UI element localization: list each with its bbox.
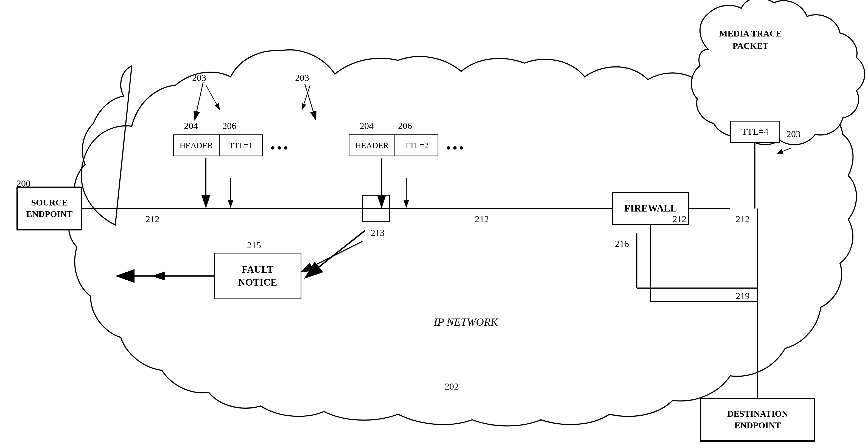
packet-group-2: HEADER TTL=2 <box>349 134 438 156</box>
ref-206a: 206 <box>222 121 236 131</box>
ref-212a: 212 <box>146 214 159 224</box>
destination-endpoint-box: DESTINATION ENDPOINT <box>700 398 815 442</box>
ref-213: 213 <box>371 228 384 238</box>
ref-206b: 206 <box>398 121 412 131</box>
ref-212b: 212 <box>475 214 489 224</box>
ttl2-box: TTL=2 <box>395 134 438 156</box>
header-box-1: HEADER <box>173 134 220 156</box>
ref-203a: 203 <box>192 73 206 83</box>
media-trace-packet-label: MEDIA TRACEPACKET <box>719 27 782 52</box>
ip-network-label: IP NETWORK <box>434 316 498 328</box>
ref-203b: 203 <box>295 73 309 83</box>
ref-203c: 203 <box>786 129 801 139</box>
ref-200: 200 <box>17 178 30 189</box>
ref-219: 219 <box>736 291 750 301</box>
ref-204b: 204 <box>360 121 374 131</box>
ref-202: 202 <box>445 381 459 392</box>
router-box <box>362 195 390 222</box>
fault-notice-box: FAULT NOTICE <box>214 253 302 299</box>
ref-204a: 204 <box>184 121 198 131</box>
packet-group-1: HEADER TTL=1 <box>173 134 263 156</box>
ttl4-box: TTL=4 <box>730 121 780 143</box>
header-box-2: HEADER <box>349 134 395 156</box>
ref-216: 216 <box>615 239 629 249</box>
ref-214: 214 <box>749 446 764 448</box>
ref-212d: 212 <box>736 214 750 224</box>
dots-1: ••• <box>270 140 290 156</box>
ref-212c: 212 <box>673 214 687 224</box>
dots-2: ••• <box>446 140 466 156</box>
ref-215: 215 <box>247 240 261 251</box>
ttl1-box: TTL=1 <box>219 134 263 156</box>
source-endpoint-box: SOURCE ENDPOINT <box>17 187 82 230</box>
